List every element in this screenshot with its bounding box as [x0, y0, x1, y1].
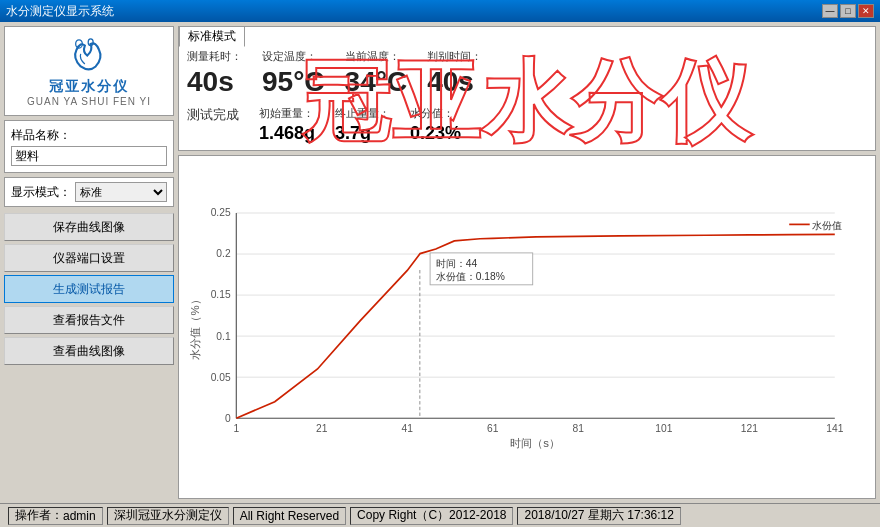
moisture-curve: [236, 234, 835, 418]
temp-cur-item: 当前温度： 34°C: [345, 49, 408, 98]
legend-label: 水份值: [812, 220, 842, 231]
operator-label: 操作者：: [15, 507, 63, 524]
operator-seg: 操作者： admin: [8, 507, 103, 525]
rights-seg: All Right Reserved: [233, 507, 346, 525]
info-panel: 标准模式 冠亚水分仪 测量耗时： 40s 设定温度： 95°C 当前温度： 34…: [178, 26, 876, 151]
rights-text: All Right Reserved: [240, 509, 339, 523]
svg-text:41: 41: [402, 423, 414, 434]
logo-name: 冠亚水分仪: [49, 78, 129, 96]
tooltip-value: 水份值：0.18%: [436, 271, 505, 282]
mode-select[interactable]: 标准 快速 精确: [75, 182, 167, 202]
close-button[interactable]: ✕: [858, 4, 874, 18]
logo-icon: [64, 36, 114, 76]
chart-svg: 水分值（%） 0 0.05 0.1 0.15 0.2 0.25: [185, 162, 869, 492]
init-weight-label: 初始重量：: [259, 106, 315, 121]
final-weight-item: 终止重量： 3.7g: [335, 106, 390, 144]
status-bar: 操作者： admin 深圳冠亚水分测定仪 All Right Reserved …: [0, 503, 880, 527]
svg-text:1: 1: [233, 423, 239, 434]
temp-cur-value: 34°C: [345, 66, 408, 98]
judge-time-label: 判别时间：: [427, 49, 482, 64]
logo-area: 冠亚水分仪 GUAN YA SHUI FEN YI: [4, 26, 174, 116]
datetime-seg: 2018/10/27 星期六 17:36:12: [517, 507, 680, 525]
judge-time-item: 判别时间： 40s: [427, 49, 482, 98]
temp-set-item: 设定温度： 95°C: [262, 49, 325, 98]
mode-area: 显示模式： 标准 快速 精确: [4, 177, 174, 207]
judge-time-value: 40s: [427, 66, 482, 98]
mode-label: 显示模式：: [11, 184, 71, 201]
tooltip-time: 时间：44: [436, 258, 478, 269]
port-settings-button[interactable]: 仪器端口设置: [4, 244, 174, 272]
info-row-2: 测试完成 初始重量： 1.468g 终止重量： 3.7g 水分值： 0.23%: [187, 106, 867, 144]
measure-time-item: 测量耗时： 40s: [187, 49, 242, 98]
svg-text:0.25: 0.25: [211, 207, 231, 218]
measure-time-label: 测量耗时：: [187, 49, 242, 64]
svg-text:时间（s）: 时间（s）: [510, 437, 560, 449]
gen-report-button[interactable]: 生成测试报告: [4, 275, 174, 303]
temp-set-label: 设定温度：: [262, 49, 325, 64]
button-group: 保存曲线图像 仪器端口设置 生成测试报告 查看报告文件 查看曲线图像: [4, 213, 174, 365]
temp-cur-label: 当前温度：: [345, 49, 408, 64]
svg-text:61: 61: [487, 423, 499, 434]
left-panel: 冠亚水分仪 GUAN YA SHUI FEN YI 样品名称： 显示模式： 标准…: [4, 26, 174, 499]
window-controls: — □ ✕: [822, 4, 874, 18]
svg-text:121: 121: [741, 423, 758, 434]
window-title: 水分测定仪显示系统: [6, 3, 114, 20]
y-axis-label: 水分值（%）: [189, 294, 201, 359]
save-curve-button[interactable]: 保存曲线图像: [4, 213, 174, 241]
view-report-button[interactable]: 查看报告文件: [4, 306, 174, 334]
svg-text:0.2: 0.2: [216, 248, 231, 259]
copyright-text: Copy Right（C）2012-2018: [357, 507, 506, 524]
status-item: 测试完成: [187, 106, 239, 124]
svg-text:141: 141: [826, 423, 843, 434]
moisture-item: 水分值： 0.23%: [410, 106, 461, 144]
sample-input[interactable]: [11, 146, 167, 166]
svg-text:0.05: 0.05: [211, 372, 231, 383]
view-curve-button[interactable]: 查看曲线图像: [4, 337, 174, 365]
copyright-seg: Copy Right（C）2012-2018: [350, 507, 513, 525]
svg-text:81: 81: [573, 423, 585, 434]
chart-area: 水分值（%） 0 0.05 0.1 0.15 0.2 0.25: [178, 155, 876, 499]
svg-text:0.15: 0.15: [211, 290, 231, 301]
svg-text:0.1: 0.1: [216, 331, 231, 342]
minimize-button[interactable]: —: [822, 4, 838, 18]
measure-time-value: 40s: [187, 66, 242, 98]
sample-area: 样品名称：: [4, 120, 174, 173]
final-weight-value: 3.7g: [335, 123, 390, 144]
temp-set-value: 95°C: [262, 66, 325, 98]
main-content: 冠亚水分仪 GUAN YA SHUI FEN YI 样品名称： 显示模式： 标准…: [0, 22, 880, 503]
moisture-value: 0.23%: [410, 123, 461, 144]
moisture-label: 水分值：: [410, 106, 461, 121]
svg-text:0: 0: [225, 413, 231, 424]
sample-label: 样品名称：: [11, 128, 71, 142]
datetime-text: 2018/10/27 星期六 17:36:12: [524, 507, 673, 524]
test-status: 测试完成: [187, 106, 239, 124]
right-panel: 标准模式 冠亚水分仪 测量耗时： 40s 设定温度： 95°C 当前温度： 34…: [178, 26, 876, 499]
company-name: 深圳冠亚水分测定仪: [114, 507, 222, 524]
company-seg: 深圳冠亚水分测定仪: [107, 507, 229, 525]
logo-pinyin: GUAN YA SHUI FEN YI: [27, 96, 151, 107]
init-weight-value: 1.468g: [259, 123, 315, 144]
final-weight-label: 终止重量：: [335, 106, 390, 121]
svg-text:101: 101: [655, 423, 672, 434]
operator-value: admin: [63, 509, 96, 523]
svg-text:21: 21: [316, 423, 328, 434]
info-row-1: 测量耗时： 40s 设定温度： 95°C 当前温度： 34°C 判别时间： 40…: [187, 49, 867, 98]
panel-tab: 标准模式: [179, 26, 245, 47]
init-weight-item: 初始重量： 1.468g: [259, 106, 315, 144]
maximize-button[interactable]: □: [840, 4, 856, 18]
title-bar: 水分测定仪显示系统 — □ ✕: [0, 0, 880, 22]
